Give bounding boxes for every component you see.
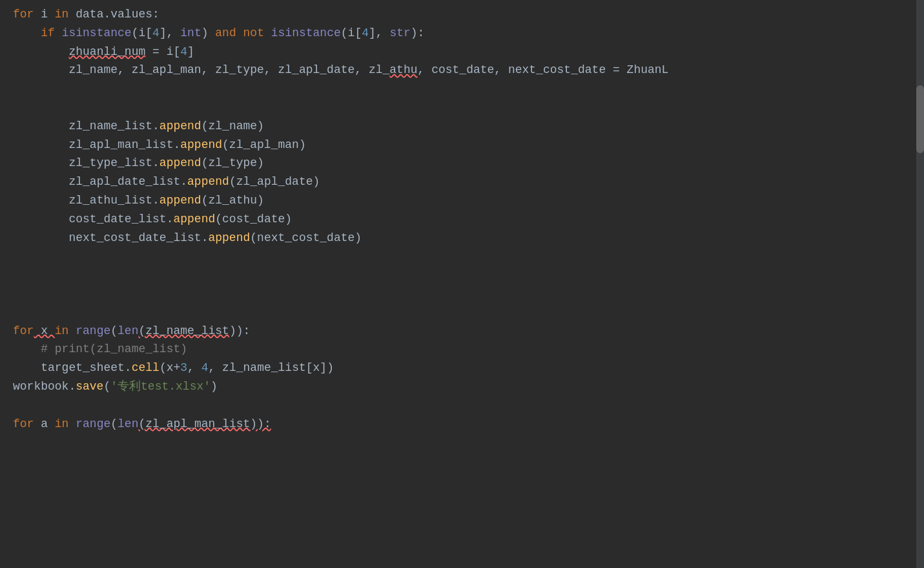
token: a <box>34 415 54 434</box>
token <box>55 24 62 43</box>
token: cell <box>132 359 159 377</box>
token: i <box>34 5 54 24</box>
token: (x+ <box>159 359 180 377</box>
code-line: cost_date_list.append(cost_date) <box>0 210 924 229</box>
token <box>68 415 76 434</box>
token: 4 <box>362 24 369 43</box>
token: len <box>118 415 138 434</box>
indent <box>13 61 68 79</box>
token: isinstance <box>271 24 341 43</box>
token: append <box>173 210 215 229</box>
token: )): <box>229 322 250 341</box>
code-line: workbook.save('专利test.xlsx') <box>0 377 924 396</box>
code-line <box>0 396 924 415</box>
token: (next_cost_date) <box>250 229 362 247</box>
token: ( <box>103 377 110 396</box>
code-line: target_sheet.cell(x+3, 4, zl_name_list[x… <box>0 359 924 377</box>
token: (zl_apl_man_list)): <box>138 415 271 434</box>
token: (zl_apl_man) <box>222 136 306 154</box>
scrollbar-thumb[interactable] <box>916 85 924 153</box>
token: ( <box>110 322 118 341</box>
token: in <box>55 322 69 341</box>
token: ) <box>210 377 218 396</box>
token: target_sheet. <box>41 359 131 377</box>
token: ], <box>159 24 180 43</box>
token: 3 <box>180 359 187 377</box>
code-line: zl_name_list.append(zl_name) <box>0 117 924 136</box>
token: , <box>187 359 201 377</box>
code-line: zhuanli_num = i[4] <box>0 43 924 61</box>
token: workbook. <box>13 377 76 396</box>
indent <box>13 210 68 229</box>
token: (i[ <box>341 24 362 43</box>
token: len <box>118 322 138 341</box>
token: save <box>76 377 103 396</box>
indent <box>13 359 41 377</box>
token: 4 <box>152 24 159 43</box>
token: '专利test.xlsx' <box>110 377 210 396</box>
code-line: zl_apl_date_list.append(zl_apl_date) <box>0 173 924 191</box>
token: zl_apl_man_list. <box>68 136 180 154</box>
token: isinstance <box>62 24 132 43</box>
token: in <box>55 415 69 434</box>
indent <box>13 191 68 210</box>
token: (zl_type) <box>201 154 264 173</box>
token: (zl_name_list <box>138 322 229 341</box>
token: ( <box>110 415 118 434</box>
token: (zl_athu) <box>201 191 264 210</box>
indent <box>13 117 68 136</box>
token: (cost_date) <box>215 210 292 229</box>
token: zhuanli_num <box>68 43 145 61</box>
token: # print(zl_name_list) <box>41 340 187 359</box>
code-line: for x in range(len(zl_name_list)): <box>0 322 924 341</box>
code-line: zl_apl_man_list.append(zl_apl_man) <box>0 136 924 154</box>
token: (zl_name) <box>201 117 264 136</box>
token: for <box>13 5 34 24</box>
token: append <box>208 229 250 247</box>
indent <box>13 24 41 43</box>
token: next_cost_date_list. <box>68 229 208 247</box>
indent <box>13 173 68 191</box>
token: 4 <box>201 359 209 377</box>
token: data.values: <box>68 5 159 24</box>
token: athu <box>389 61 417 79</box>
indent <box>13 43 68 61</box>
token: ], <box>369 24 389 43</box>
token: and <box>215 24 236 43</box>
token: append <box>159 117 201 136</box>
code-line: zl_type_list.append(zl_type) <box>0 154 924 173</box>
code-line <box>0 98 924 117</box>
code-content: for i in data.values: if isinstance(i[4]… <box>0 0 924 438</box>
token: zl_athu_list. <box>68 191 159 210</box>
code-line: zl_name, zl_apl_man, zl_type, zl_apl_dat… <box>0 61 924 79</box>
code-line: for i in data.values: <box>0 5 924 24</box>
token: (i[ <box>132 24 152 43</box>
code-line <box>0 79 924 98</box>
code-line <box>0 247 924 266</box>
token: str <box>389 24 410 43</box>
code-line <box>0 303 924 322</box>
token: for <box>13 415 34 434</box>
token: append <box>159 154 201 173</box>
token: 4 <box>180 43 187 61</box>
token: in <box>55 5 69 24</box>
token: x <box>34 322 54 341</box>
token: for <box>13 322 34 341</box>
code-editor: for i in data.values: if isinstance(i[4]… <box>0 0 924 568</box>
token: ) <box>201 24 216 43</box>
token: range <box>76 322 110 341</box>
token <box>68 322 76 341</box>
token: = i[ <box>145 43 180 61</box>
code-line <box>0 284 924 303</box>
code-line: next_cost_date_list.append(next_cost_dat… <box>0 229 924 247</box>
token: zl_name, zl_apl_man, zl_type, zl_apl_dat… <box>68 61 389 79</box>
token: , cost_date, next_cost_date = ZhuanL <box>418 61 669 79</box>
vertical-scrollbar[interactable] <box>916 0 924 568</box>
token: zl_name_list. <box>68 117 159 136</box>
token: , zl_name_list[x]) <box>209 359 334 377</box>
code-line: for a in range(len(zl_apl_man_list)): <box>0 415 924 434</box>
token <box>264 24 271 43</box>
token: append <box>187 173 229 191</box>
token: (zl_apl_date) <box>229 173 320 191</box>
indent <box>13 340 41 359</box>
